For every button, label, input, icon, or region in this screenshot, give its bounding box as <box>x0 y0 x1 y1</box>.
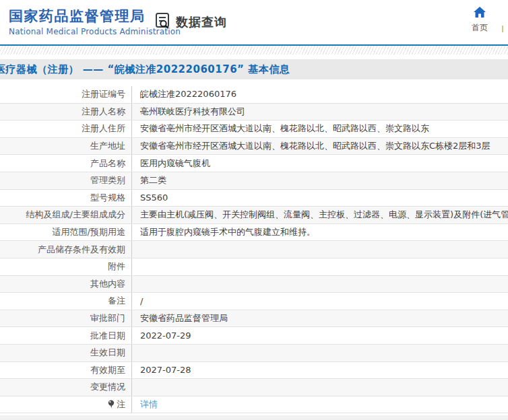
nav-home[interactable]: 首页 <box>470 7 490 34</box>
row-label: 有效期至 <box>0 362 132 379</box>
row-label: 型号规格 <box>0 190 132 207</box>
data-query-label: 数据查询 <box>176 14 227 30</box>
row-value: 2022-07-29 <box>132 327 508 344</box>
row-label: 批准日期 <box>0 327 132 344</box>
row-label: 结构及组成/主要组成成分 <box>0 207 132 223</box>
row-label: 生效日期 <box>0 345 132 361</box>
row-value: 第二类 <box>132 172 508 189</box>
page-title: 医疗器械（注册） —— “皖械注准20222060176” 基本信息 <box>0 63 290 76</box>
cutoff-nav-item <box>502 26 503 32</box>
row-label: 注 <box>0 396 132 413</box>
row-value: 亳州联岐医疗科技有限公司 <box>132 104 508 120</box>
table-row: 附件 <box>0 258 508 276</box>
page: 国家药品监督管理局 National Medical Products Admi… <box>0 0 508 420</box>
row-label: 产品名称 <box>0 155 132 172</box>
row-label: 管理类别 <box>0 172 132 189</box>
table-row: 结构及组成/主要组成成分主要由主机(减压阀、开关控制阀组、流量阀、主控板、过滤器… <box>0 207 508 224</box>
home-label: 首页 <box>472 22 488 34</box>
row-value: 安徽省亳州市经开区酒城大道以南、槐花路以北、昭武路以西、崇文路以东 <box>132 120 508 137</box>
site-header: 国家药品监督管理局 National Medical Products Admi… <box>0 0 508 44</box>
table-row: 注册人名称亳州联岐医疗科技有限公司 <box>0 104 508 121</box>
row-label: 备注 <box>0 293 132 310</box>
row-label: 生产地址 <box>0 138 132 155</box>
footer-strip <box>0 415 508 420</box>
row-value <box>132 241 508 258</box>
hatch-pattern-band <box>0 46 508 55</box>
home-icon <box>474 7 486 20</box>
row-value <box>132 258 508 275</box>
details-link[interactable]: 详情 <box>140 398 158 411</box>
table-row: 注册证编号皖械注准20222060176 <box>0 86 508 104</box>
nav-data-query[interactable]: 数据查询 <box>154 12 227 32</box>
table-row: 备注/ <box>0 293 508 310</box>
table-row: 批准日期2022-07-29 <box>0 327 508 345</box>
table-row: 生产地址安徽省亳州市经开区酒城大道以南、槐花路以北、昭武路以西、崇文路以东C栋楼… <box>0 138 508 155</box>
row-value: 主要由主机(减压阀、开关控制阀组、流量阀、主控板、过滤器、电源、显示装置)及附件… <box>132 207 508 223</box>
data-query-icon <box>154 12 172 32</box>
breadcrumb-title-bar: 医疗器械（注册） —— “皖械注准20222060176” 基本信息 <box>0 59 508 79</box>
row-value: 2027-07-28 <box>132 362 508 379</box>
row-value <box>132 276 508 293</box>
table-row: 型号规格SS560 <box>0 190 508 207</box>
table-row: 产品名称医用内窥镜气腹机 <box>0 155 508 172</box>
table-row: 注册人住所安徽省亳州市经开区酒城大道以南、槐花路以北、昭武路以西、崇文路以东 <box>0 120 508 138</box>
row-label: 注册人住所 <box>0 120 132 137</box>
table-row: 注详情 <box>0 396 508 414</box>
row-value: 安徽省药品监督管理局 <box>132 310 508 327</box>
table-row: 管理类别第二类 <box>0 172 508 190</box>
row-value: SS560 <box>132 190 508 207</box>
row-value: 详情 <box>132 396 508 413</box>
pin-icon <box>108 400 115 409</box>
row-value <box>132 345 508 361</box>
row-label: 产品储存条件及有效期 <box>0 241 132 258</box>
row-value: 医用内窥镜气腹机 <box>132 155 508 172</box>
row-label: 注册证编号 <box>0 86 132 103</box>
row-value <box>132 379 508 396</box>
row-value: 安徽省亳州市经开区酒城大道以南、槐花路以北、昭武路以西、崇文路以东C栋楼2层和3… <box>132 138 508 155</box>
table-row: 审批部门安徽省药品监督管理局 <box>0 310 508 328</box>
row-label: 变更情况 <box>0 379 132 396</box>
row-label: 附件 <box>0 258 132 275</box>
row-value: 皖械注准20222060176 <box>132 86 508 103</box>
table-row: 有效期至2027-07-28 <box>0 362 508 380</box>
row-label: 适用范围/预期用途 <box>0 224 132 241</box>
table-row: 生效日期 <box>0 345 508 362</box>
registration-info-table: 注册证编号皖械注准20222060176注册人名称亳州联岐医疗科技有限公司注册人… <box>0 86 508 413</box>
row-label: 其他内容 <box>0 276 132 293</box>
row-label: 注册人名称 <box>0 104 132 120</box>
table-row: 产品储存条件及有效期 <box>0 241 508 258</box>
row-value: 适用于腹腔内窥镜手术中的气腹建立和维持。 <box>132 224 508 241</box>
row-value: / <box>132 293 508 310</box>
row-label: 审批部门 <box>0 310 132 327</box>
table-row: 其他内容 <box>0 276 508 293</box>
table-row: 适用范围/预期用途适用于腹腔内窥镜手术中的气腹建立和维持。 <box>0 224 508 242</box>
table-row: 变更情况 <box>0 379 508 396</box>
